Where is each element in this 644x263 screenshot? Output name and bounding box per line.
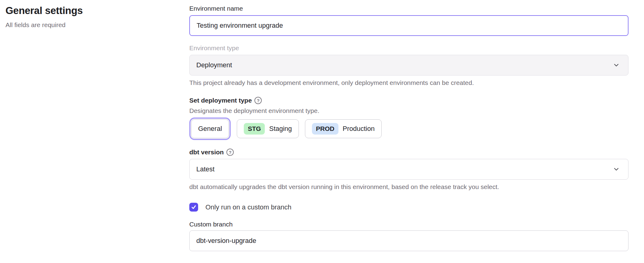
custom-branch-field: Custom branch [189, 221, 628, 251]
deployment-type-label: Set deployment type ? [189, 97, 628, 104]
custom-branch-toggle-row: Only run on a custom branch [189, 203, 628, 212]
dbt-version-select[interactable]: Latest [189, 159, 628, 180]
dbt-version-label: dbt version ? [189, 149, 628, 156]
deployment-type-production-label: Production [343, 125, 375, 133]
dbt-version-helper: dbt automatically upgrades the dbt versi… [189, 183, 628, 191]
environment-type-label: Environment type [189, 44, 628, 52]
settings-form: Environment name Environment type Deploy… [189, 0, 628, 251]
deployment-type-label-text: Set deployment type [189, 97, 252, 104]
custom-branch-checkbox[interactable] [189, 203, 198, 212]
environment-type-value: Deployment [196, 61, 232, 69]
deployment-type-helper: Designates the deployment environment ty… [189, 107, 628, 114]
production-badge: PROD [312, 123, 338, 135]
settings-intro-column: General settings All fields are required [0, 0, 189, 251]
deployment-type-general-label: General [198, 125, 222, 133]
deployment-type-production-button[interactable]: PROD Production [305, 119, 382, 138]
help-icon[interactable]: ? [254, 97, 262, 104]
deployment-type-staging-label: Staging [269, 125, 292, 133]
chevron-down-icon [613, 62, 620, 68]
custom-branch-input[interactable] [189, 230, 628, 251]
checkmark-icon [191, 204, 197, 210]
help-icon[interactable]: ? [226, 149, 234, 156]
environment-name-input[interactable] [189, 15, 628, 36]
page-title: General settings [5, 5, 189, 16]
deployment-type-general-button[interactable]: General [191, 119, 229, 138]
custom-branch-toggle-label[interactable]: Only run on a custom branch [205, 203, 291, 211]
staging-badge: STG [244, 123, 265, 135]
chevron-down-icon [613, 166, 620, 173]
environment-type-helper: This project already has a development e… [189, 79, 628, 86]
dbt-version-label-text: dbt version [189, 149, 224, 156]
page-subtitle: All fields are required [5, 21, 189, 29]
environment-name-label: Environment name [189, 5, 628, 12]
general-settings-page: General settings All fields are required… [0, 0, 644, 251]
deployment-type-staging-button[interactable]: STG Staging [237, 119, 299, 138]
custom-branch-label: Custom branch [189, 221, 628, 228]
deployment-type-options: General STG Staging PROD Production [189, 119, 628, 138]
dbt-version-value: Latest [196, 165, 215, 173]
environment-type-select[interactable]: Deployment [189, 55, 628, 75]
